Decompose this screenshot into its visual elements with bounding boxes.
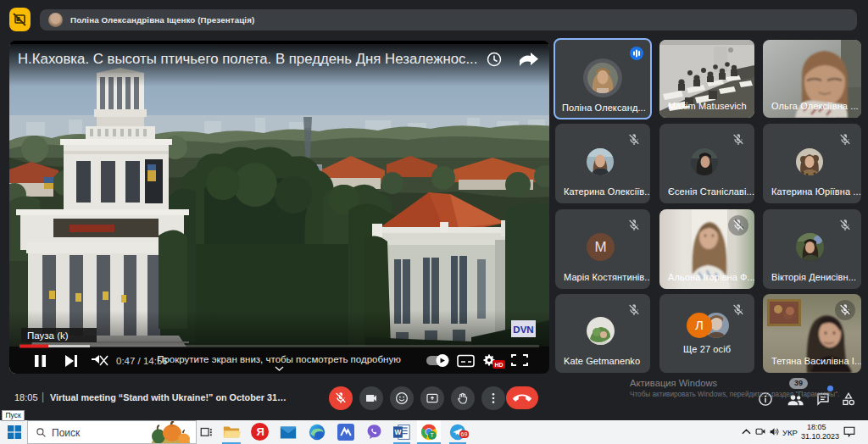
svg-text:W: W <box>394 428 401 436</box>
svg-text:T: T <box>431 433 435 440</box>
svg-text:Н.Каховка. С высоты птичьего п: Н.Каховка. С высоты птичьего полета. В п… <box>18 51 477 67</box>
svg-text:Пауза (k): Пауза (k) <box>27 330 69 341</box>
svg-text:HD: HD <box>494 362 503 368</box>
svg-text:DVN: DVN <box>513 325 533 335</box>
svg-text:Прокрутите экран вниз, чтобы п: Прокрутите экран вниз, чтобы посмотреть … <box>157 354 401 364</box>
